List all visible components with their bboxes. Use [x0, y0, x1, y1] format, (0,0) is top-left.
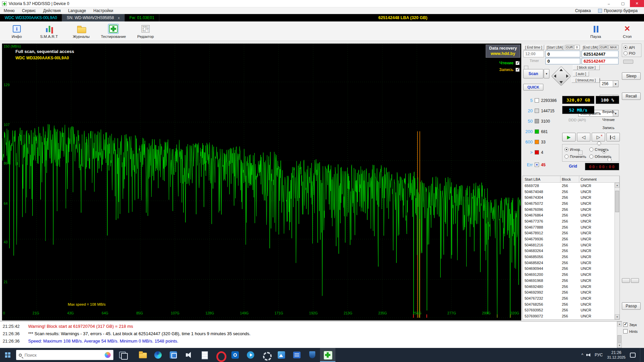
repair-radio[interactable] — [565, 155, 569, 159]
log-scroll-down-icon[interactable] — [617, 343, 622, 348]
menu-item[interactable]: Действия — [40, 8, 65, 13]
search-input[interactable] — [24, 353, 102, 358]
mini-button-2[interactable] — [631, 278, 639, 283]
dpad-down-icon[interactable] — [559, 81, 563, 83]
seek-dpad[interactable] — [551, 66, 572, 86]
defect-row[interactable]: 504690944 256 UNCR — [523, 266, 614, 272]
next-error-button[interactable] — [592, 133, 605, 141]
device-serial-tab[interactable]: SN: WD-WMAV2HS95858 x — [62, 14, 125, 21]
timer-input[interactable]: 0 — [545, 58, 580, 64]
scroll-up-icon[interactable] — [615, 183, 620, 188]
taskbar-settings-icon[interactable] — [258, 348, 274, 362]
defect-row[interactable]: 504685824 256 UNCR — [523, 260, 614, 266]
defect-row[interactable]: 504675072 256 UNCR — [523, 200, 614, 206]
taskbar-store-icon[interactable] — [289, 348, 305, 362]
taskbar-search[interactable] — [16, 350, 113, 360]
menu-item[interactable]: Меню — [0, 8, 18, 13]
pio-radio[interactable] — [624, 51, 628, 55]
taskbar-photos-icon[interactable] — [274, 348, 289, 362]
maximize-button[interactable]: ▢ — [616, 0, 630, 7]
dpad-left-icon[interactable] — [554, 74, 556, 78]
taskbar-edge-icon[interactable] — [150, 348, 166, 362]
show-desktop-button[interactable] — [640, 348, 641, 362]
erase-radio[interactable] — [589, 147, 593, 152]
info-button[interactable]: Инфо — [3, 23, 30, 39]
defect-row[interactable]: 504674048 256 UNCR — [523, 189, 614, 195]
scrollbar-thumb[interactable] — [615, 191, 619, 212]
dpad-up-icon[interactable] — [559, 69, 563, 71]
task-view-button[interactable] — [115, 348, 130, 362]
defect-table-header[interactable]: Start LBA Block Comment — [523, 176, 620, 183]
api-radio[interactable] — [624, 46, 628, 50]
go-start-button[interactable] — [606, 133, 620, 141]
log-scrollbar[interactable] — [617, 321, 622, 348]
legend-checkbox[interactable] — [516, 61, 520, 65]
scroll-down-icon[interactable] — [615, 314, 620, 319]
defect-row[interactable]: 504677376 256 UNCR — [523, 218, 614, 224]
taskbar-blue-app-icon[interactable] — [166, 348, 181, 362]
editor-button[interactable]: Редактор — [132, 23, 159, 39]
passp-button[interactable]: Passp — [622, 302, 641, 310]
defect-row[interactable]: 504674304 256 UNCR — [523, 194, 614, 200]
defect-row[interactable]: 504676096 256 UNCR — [523, 206, 614, 213]
log-line[interactable]: 21:25:42 Warning! Block start at 6197207… — [0, 322, 622, 330]
refresh-radio[interactable] — [589, 155, 593, 159]
hidden-icons-button[interactable]: ^ — [581, 353, 583, 357]
help-menu[interactable]: Справка — [571, 8, 594, 13]
scan-button[interactable]: Scan — [523, 69, 543, 78]
tab-close-icon[interactable]: x — [118, 16, 120, 20]
defect-row[interactable]: 537693952 256 UNCR — [523, 307, 614, 313]
buffer-view-menu[interactable]: Просмотр буфера — [594, 8, 641, 13]
start-lba-input[interactable]: 0 — [545, 51, 580, 57]
dpad-right-icon[interactable] — [566, 74, 569, 78]
volume-icon[interactable] — [588, 353, 590, 357]
defect-row[interactable]: 504767232 256 UNCR — [523, 295, 614, 301]
defect-row[interactable]: 504677888 256 UNCR — [523, 224, 614, 230]
device-model-tab[interactable]: WDC WD3200AAKS-00L9A0 — [0, 14, 62, 21]
sleep-button[interactable]: Sleep — [622, 72, 641, 80]
pause-button[interactable]: Пауза — [582, 23, 609, 39]
defect-row[interactable]: 504679936 256 UNCR — [523, 236, 614, 242]
taskbar-file-explorer-icon[interactable] — [135, 348, 150, 362]
menu-item[interactable]: Сервис — [18, 8, 39, 13]
menu-item[interactable]: Настройки — [90, 8, 117, 13]
start-lba-cur-button[interactable]: CUR — [566, 45, 574, 50]
taskbar-defender-icon[interactable] — [305, 348, 320, 362]
stop-button[interactable]: Стоп — [614, 23, 641, 39]
taskbar-opera-icon[interactable] — [212, 348, 227, 362]
defect-row[interactable]: 504685056 256 UNCR — [523, 254, 614, 260]
journals-button[interactable]: Журналы — [68, 23, 95, 39]
log-scrollbar-thumb[interactable] — [618, 335, 622, 343]
sound-checkbox[interactable] — [623, 322, 628, 327]
quick-button[interactable]: QUICK — [523, 84, 543, 90]
testing-button[interactable]: Тестирование — [100, 23, 127, 39]
taskbar-victoria-icon[interactable] — [320, 348, 335, 362]
recall-button[interactable]: Recall — [622, 93, 641, 100]
play-button[interactable] — [562, 133, 576, 141]
title-bar[interactable]: Victoria 5.37 HDD/SSD | Device 0 – ▢ ✕ — [0, 0, 644, 7]
defect-row[interactable]: 504768256 256 UNCR — [523, 301, 614, 307]
minimize-button[interactable]: – — [602, 0, 616, 7]
taskbar-volume-app-icon[interactable] — [181, 348, 197, 362]
defect-row[interactable]: 537699072 256 UNCR — [523, 313, 614, 319]
step-back-button[interactable] — [577, 133, 590, 141]
defect-table-scrollbar[interactable] — [614, 183, 620, 319]
block-size-select[interactable]: 256 — [600, 80, 619, 87]
defect-row[interactable]: 504683264 256 UNCR — [523, 248, 614, 254]
defect-row[interactable]: 504692992 256 UNCR — [523, 289, 614, 295]
taskbar-notepad-icon[interactable] — [197, 348, 212, 362]
defect-row[interactable]: 504681216 256 UNCR — [523, 242, 614, 248]
end-lba-cur-button[interactable]: CUR — [600, 45, 608, 50]
defect-row[interactable]: 504676864 256 UNCR — [523, 212, 614, 218]
end-lba-input[interactable]: 625142447 — [582, 51, 619, 57]
mini-button-1[interactable] — [622, 278, 630, 283]
defect-row[interactable]: 504692480 256 UNCR — [523, 284, 614, 290]
end-time-spinner[interactable]: 12:00 — [523, 51, 544, 57]
close-button[interactable]: ✕ — [630, 0, 644, 7]
ignore-radio[interactable] — [565, 147, 569, 152]
taskbar-media-icon[interactable] — [243, 348, 258, 362]
menu-item[interactable]: Language — [64, 8, 90, 13]
defect-row[interactable]: 504691200 256 UNCR — [523, 272, 614, 278]
log-line[interactable]: 21:26:36 *** Scan results: Warnings - 37… — [0, 330, 622, 337]
defect-row[interactable]: 6569728 256 UNCR — [523, 183, 614, 189]
